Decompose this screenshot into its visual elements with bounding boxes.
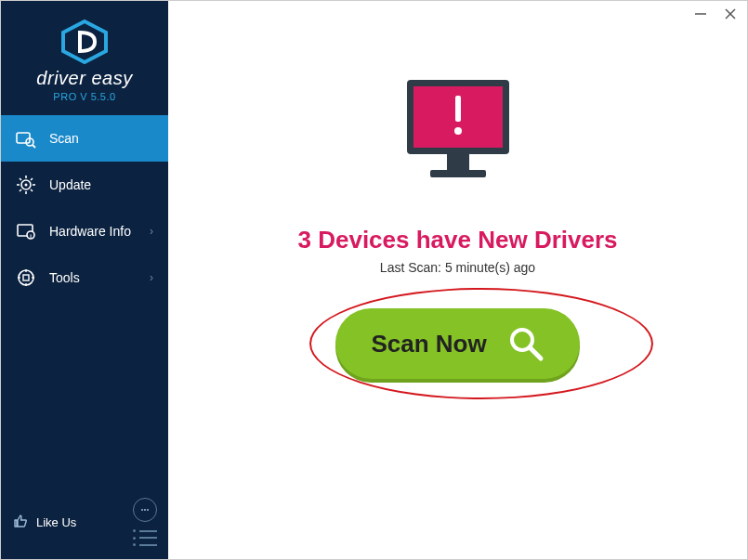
svg-line-15 bbox=[31, 178, 33, 180]
sidebar-item-label: Update bbox=[49, 177, 91, 192]
scan-button-wrap: Scan Now bbox=[335, 308, 579, 379]
like-us-label: Like Us bbox=[36, 515, 76, 529]
main-content: 3 Devices have New Drivers Last Scan: 5 … bbox=[168, 1, 747, 559]
sidebar: driver easy PRO V 5.5.0 Scan Update i bbox=[1, 1, 168, 559]
minimize-button[interactable] bbox=[693, 7, 708, 21]
sidebar-footer-right bbox=[133, 498, 157, 546]
svg-line-16 bbox=[20, 189, 21, 191]
update-icon bbox=[16, 175, 36, 195]
brand-subtitle: PRO V 5.5.0 bbox=[1, 91, 168, 102]
brand-area: driver easy PRO V 5.5.0 bbox=[1, 1, 168, 115]
svg-point-26 bbox=[141, 509, 143, 511]
scan-icon bbox=[16, 128, 36, 149]
brand-name: driver easy bbox=[1, 68, 168, 89]
chevron-right-icon: › bbox=[150, 271, 153, 284]
monitor-alert-icon bbox=[388, 66, 528, 205]
tools-icon bbox=[16, 267, 36, 288]
hardware-info-icon: i bbox=[16, 221, 36, 241]
svg-point-20 bbox=[19, 270, 33, 285]
scan-now-label: Scan Now bbox=[371, 330, 486, 358]
sidebar-item-update[interactable]: Update bbox=[1, 162, 168, 208]
svg-rect-32 bbox=[430, 170, 486, 177]
sidebar-item-hardware-info[interactable]: i Hardware Info › bbox=[1, 208, 168, 254]
scan-now-button[interactable]: Scan Now bbox=[335, 308, 579, 379]
menu-button[interactable] bbox=[133, 529, 157, 546]
svg-line-14 bbox=[31, 189, 33, 191]
magnifier-icon bbox=[507, 325, 545, 362]
svg-point-34 bbox=[454, 127, 462, 135]
svg-point-27 bbox=[144, 509, 146, 511]
svg-line-13 bbox=[20, 178, 21, 180]
svg-rect-4 bbox=[17, 133, 30, 143]
sidebar-item-scan[interactable]: Scan bbox=[1, 115, 168, 162]
last-scan-text: Last Scan: 5 minute(s) ago bbox=[380, 260, 535, 275]
like-us-button[interactable]: Like Us bbox=[12, 513, 76, 532]
sidebar-footer: Like Us bbox=[1, 488, 168, 559]
sidebar-item-label: Scan bbox=[49, 131, 79, 146]
svg-point-8 bbox=[25, 184, 28, 187]
minimize-icon bbox=[694, 7, 707, 20]
sidebar-item-label: Hardware Info bbox=[49, 224, 131, 239]
svg-point-28 bbox=[147, 509, 149, 511]
speech-bubble-icon bbox=[138, 503, 151, 516]
headline-text: 3 Devices have New Drivers bbox=[298, 226, 618, 254]
app-window: driver easy PRO V 5.5.0 Scan Update i bbox=[0, 0, 748, 560]
svg-line-36 bbox=[530, 347, 541, 358]
svg-marker-3 bbox=[63, 21, 106, 62]
thumbs-up-icon bbox=[12, 513, 29, 532]
list-icon bbox=[133, 529, 157, 532]
chevron-right-icon: › bbox=[150, 225, 153, 238]
alert-monitor-graphic bbox=[388, 66, 528, 209]
svg-rect-31 bbox=[447, 154, 469, 171]
svg-rect-33 bbox=[455, 96, 461, 122]
sidebar-item-label: Tools bbox=[49, 270, 80, 285]
svg-line-6 bbox=[33, 145, 35, 148]
feedback-button[interactable] bbox=[133, 498, 157, 522]
window-controls bbox=[693, 7, 738, 21]
close-button[interactable] bbox=[723, 7, 738, 21]
sidebar-nav: Scan Update i Hardware Info › Tools bbox=[1, 115, 168, 488]
svg-rect-21 bbox=[23, 275, 29, 280]
sidebar-item-tools[interactable]: Tools › bbox=[1, 254, 168, 301]
brand-logo-icon bbox=[59, 20, 110, 64]
close-icon bbox=[724, 7, 737, 20]
